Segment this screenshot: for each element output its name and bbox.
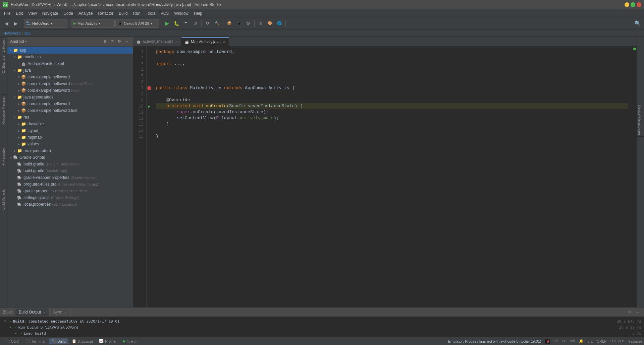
menu-window[interactable]: Window [171, 10, 191, 16]
line-numbers: 1 2 3 4 5 6 7 8 9 10 11 12 13 14 15 [133, 46, 147, 307]
device-dropdown[interactable]: 📱 Nexus 5 API 29 ▾ [115, 19, 159, 28]
theme-editor-button[interactable]: 🎨 [266, 19, 274, 28]
tree-item-androidmanifest[interactable]: 🤖 AndroidManifest.xml [7, 60, 133, 67]
tree-item-layout[interactable]: ▶ 📁 layout [7, 127, 133, 134]
avd-manager-button[interactable]: 📱 [234, 19, 243, 28]
build-arrow-1[interactable]: ▼ [4, 320, 8, 323]
forward-button[interactable]: ▶ [11, 19, 20, 28]
build-bottom-button[interactable]: 🔨 Build [49, 338, 68, 344]
build-variants-tool-window[interactable]: Build Variants [1, 188, 6, 211]
close-button[interactable]: ✕ [637, 2, 641, 7]
tree-item-gradle-scripts[interactable]: ▼ 🐘 Gradle Scripts [7, 154, 133, 161]
tab-activity-main-xml[interactable]: 🤖 activity_main.xml ✕ [133, 37, 181, 46]
coverage-button[interactable]: ☂ [181, 19, 190, 28]
menu-help[interactable]: Help [191, 10, 205, 16]
menu-view[interactable]: View [25, 10, 40, 16]
project-tool-window[interactable]: 1: Project [1, 37, 6, 54]
menu-navigate[interactable]: Navigate [40, 10, 61, 16]
tab-close-xml[interactable]: ✕ [175, 40, 178, 44]
search-button[interactable]: 🔍 [633, 19, 642, 28]
todo-button[interactable]: ☰ TODO [1, 338, 22, 344]
resource-manager-tool-window[interactable]: Resource Manager [1, 94, 6, 126]
menu-build[interactable]: Build [116, 10, 130, 16]
structure-tool-window[interactable]: 2: Structure [1, 54, 6, 74]
translations-button[interactable]: 🌐 [275, 19, 284, 28]
panel-settings-btn[interactable]: ⊕ [101, 38, 108, 45]
layout-editor-button[interactable]: ⊞ [256, 19, 265, 28]
sdk-manager-button[interactable]: 📦 [225, 19, 234, 28]
tree-item-mipmap[interactable]: ▶ 📁 mipmap [7, 134, 133, 141]
run-config-dropdown[interactable]: ▶ MainActivity ▾ [71, 19, 115, 28]
tab-sync-close[interactable]: ✕ [64, 311, 67, 314]
project-dropdown[interactable]: HelloWord ▾ [24, 19, 67, 28]
tree-item-package-test[interactable]: ▶ 📦 com.example.helloword (test) [7, 87, 133, 94]
minimize-button[interactable]: ─ [625, 2, 629, 7]
tree-item-values[interactable]: ▶ 📁 values [7, 141, 133, 147]
tree-item-settings-gradle[interactable]: 🐘 settings.gradle (Project Settings) [7, 194, 133, 201]
menu-edit[interactable]: Edit [13, 10, 25, 16]
breadcrumb-helloword[interactable]: HelloWord [3, 31, 20, 35]
settings-button[interactable]: ⚙ [244, 19, 253, 28]
build-arrow-2[interactable]: ▼ [9, 326, 13, 329]
tree-item-res[interactable]: ▼ 📁 res [7, 114, 133, 121]
menu-code[interactable]: Code [61, 10, 76, 16]
tree-item-manifests[interactable]: ▼ 📁 manifests [7, 54, 133, 60]
menu-analyze[interactable]: Analyze [76, 10, 96, 16]
drawable-folder-icon: 📁 [21, 121, 26, 127]
tab-build-output[interactable]: Build Output ✕ [15, 308, 50, 316]
tree-item-gradle-properties[interactable]: 🐘 gradle.properties (Project Properties) [7, 188, 133, 194]
logcat-button[interactable]: 📋 6: Logcat [69, 338, 96, 344]
tree-item-pkg-gen2[interactable]: ▶ 📦 com.example.helloword.test [7, 107, 133, 114]
line-ending[interactable]: CRLF [597, 339, 606, 343]
tree-item-proguard[interactable]: 🐘 proguard-rules.pro (ProGuard Rules for… [7, 181, 133, 188]
panel-sync-btn[interactable]: ⟳ [109, 38, 115, 45]
tree-arrow [13, 203, 17, 206]
menu-run[interactable]: Run [130, 10, 143, 16]
tree-item-pkg-gen1[interactable]: ▶ 📦 com.example.helloword [7, 100, 133, 107]
debug-button[interactable]: 🐛 [172, 19, 181, 28]
tree-item-java-generated[interactable]: ▼ 📁 java (generated) [7, 94, 133, 100]
tab-sync[interactable]: Sync ✕ [50, 308, 71, 316]
tree-item-java[interactable]: ▼ 📁 java [7, 67, 133, 74]
encoding[interactable]: UTF-8 ▾ [610, 339, 624, 343]
tab-build-output-close[interactable]: ✕ [43, 311, 46, 314]
tree-item-gradle-wrapper[interactable]: 🐘 gradle-wrapper.properties (Gradle Vers… [7, 174, 133, 181]
gradle-button[interactable]: 🔨 [213, 19, 221, 28]
profile-button[interactable]: ⏱ [191, 19, 200, 28]
s-icon[interactable]: S [545, 339, 550, 344]
bottom-panel-gear[interactable]: ⚙ [626, 308, 633, 316]
run-bottom-button[interactable]: ▶ 4: Run [120, 338, 140, 344]
tab-mainactivity-java[interactable]: ☕ MainActivity.java ✕ [181, 37, 229, 46]
tree-item-build-gradle-module[interactable]: 🐘 build.gradle (Module: app) [7, 167, 133, 174]
tab-close-java[interactable]: ✕ [223, 40, 225, 44]
profiler-button[interactable]: 📈 Profiler [96, 338, 119, 344]
tree-item-res-generated[interactable]: ▶ 📁 res (generated) [7, 147, 133, 154]
maximize-button[interactable]: □ [631, 2, 635, 7]
android-dropdown-arrow[interactable]: ▾ [25, 40, 27, 43]
tree-item-package-androidtest[interactable]: ▶ 📦 com.example.helloword (androidTest) [7, 80, 133, 87]
tree-item-build-gradle-project[interactable]: 🐘 build.gradle (Project: HelloWord) [7, 161, 133, 167]
panel-minimize-btn[interactable]: ─ [123, 38, 130, 45]
tree-item-package-main[interactable]: ▼ 📦 com.example.helloword [7, 74, 133, 80]
run-button[interactable]: ▶ [163, 19, 171, 28]
terminal-button[interactable]: ⬛ Terminal [23, 338, 48, 344]
tree-item-app[interactable]: ▼ 📁 app [7, 47, 133, 54]
build-arrow-3[interactable]: ▶ [15, 332, 19, 335]
favorites-tool-window[interactable]: ★ Favorites [1, 146, 6, 167]
menu-tools[interactable]: Tools [143, 10, 158, 16]
menu-file[interactable]: File [1, 10, 13, 16]
menu-vcs[interactable]: VCS [158, 10, 172, 16]
menu-refactor[interactable]: Refactor [96, 10, 116, 16]
bottom-panel-minimize[interactable]: ─ [634, 308, 641, 316]
breadcrumb-app[interactable]: app [24, 31, 31, 35]
indent-info[interactable]: 4 spaces [628, 339, 643, 343]
logcat-icon: 📋 [72, 339, 76, 343]
code-content[interactable]: package com.example.helloword; import ..… [152, 46, 632, 307]
tree-item-local-properties[interactable]: 🐘 local.properties (SDK Location) [7, 201, 133, 208]
back-button[interactable]: ◀ [2, 19, 11, 28]
device-file-explorer[interactable]: Device File Explorer [637, 104, 644, 137]
sync-button[interactable]: ⟳ [203, 19, 212, 28]
panel-gear-btn[interactable]: ⚙ [116, 38, 123, 45]
error-indicator-ok [633, 48, 636, 50]
tree-item-drawable[interactable]: ▶ 📁 drawable [7, 121, 133, 127]
